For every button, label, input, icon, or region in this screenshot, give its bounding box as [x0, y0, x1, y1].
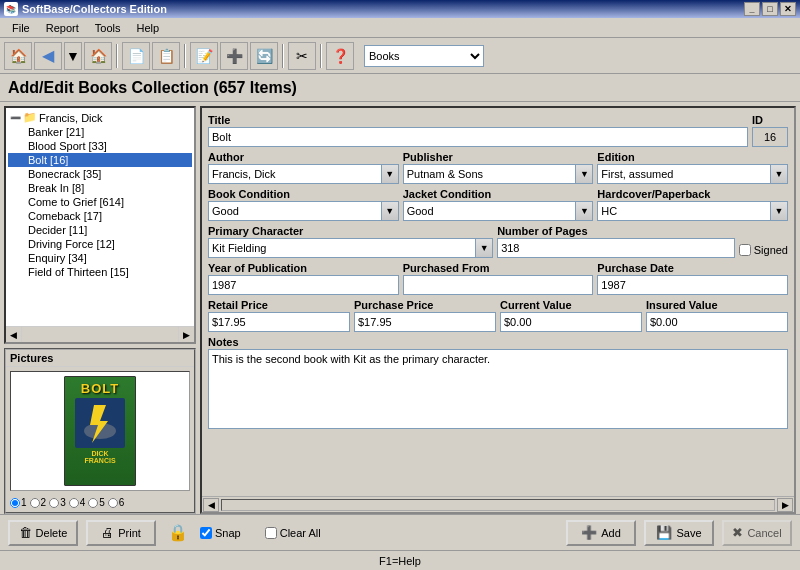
publisher-dropdown-btn[interactable]: ▼	[575, 164, 593, 184]
tree-item-3[interactable]: Bonecrack [35]	[8, 167, 192, 181]
pic-radio-1[interactable]	[10, 498, 20, 508]
toolbar-home-button[interactable]: 🏠	[4, 42, 32, 70]
current-value-input[interactable]	[500, 312, 642, 332]
tree-item-7[interactable]: Decider [11]	[8, 223, 192, 237]
tree-item-6[interactable]: Comeback [17]	[8, 209, 192, 223]
toolbar-separator-1	[116, 44, 118, 68]
author-input[interactable]	[208, 164, 381, 184]
signed-checkbox[interactable]	[739, 244, 751, 256]
primary-char-input[interactable]	[208, 238, 475, 258]
purchased-from-input[interactable]	[403, 275, 594, 295]
menu-report[interactable]: Report	[38, 20, 87, 36]
save-icon: 💾	[656, 525, 672, 540]
toolbar-btn5[interactable]: ➕	[220, 42, 248, 70]
menu-file[interactable]: File	[4, 20, 38, 36]
id-input	[752, 127, 788, 147]
insured-value-input[interactable]	[646, 312, 788, 332]
toolbar-btn6[interactable]: 🔄	[250, 42, 278, 70]
edition-input[interactable]	[597, 164, 770, 184]
clear-all-label: Clear All	[280, 527, 321, 539]
notes-textarea[interactable]: This is the second book with Kit as the …	[208, 349, 788, 429]
snap-label: Snap	[215, 527, 241, 539]
toolbar-separator-4	[320, 44, 322, 68]
toolbar-forward-button[interactable]: 🏠	[84, 42, 112, 70]
pic-label-4: 4	[80, 497, 86, 508]
menu-help[interactable]: Help	[128, 20, 167, 36]
pic-label-3: 3	[60, 497, 66, 508]
pic-radio-2[interactable]	[30, 498, 40, 508]
tree-item-10[interactable]: Field of Thirteen [15]	[8, 265, 192, 279]
category-dropdown[interactable]: Books	[364, 45, 484, 67]
title-input[interactable]	[208, 127, 748, 147]
toolbar-back-button[interactable]: ◀	[34, 42, 62, 70]
current-value-label: Current Value	[500, 299, 642, 311]
book-condition-dropdown-btn[interactable]: ▼	[381, 201, 399, 221]
minimize-button[interactable]: _	[744, 2, 760, 16]
h-scroll-right[interactable]: ▶	[777, 498, 793, 512]
hardcover-dropdown-btn[interactable]: ▼	[770, 201, 788, 221]
tree-root-item[interactable]: ➖ 📁 Francis, Dick	[8, 110, 192, 125]
tree-item-4[interactable]: Break In [8]	[8, 181, 192, 195]
h-scroll-left[interactable]: ◀	[203, 498, 219, 512]
toolbar-scissors-button[interactable]: ✂	[288, 42, 316, 70]
hardcover-label: Hardcover/Paperback	[597, 188, 788, 200]
toolbar-help-button[interactable]: ❓	[326, 42, 354, 70]
edition-dropdown-btn[interactable]: ▼	[770, 164, 788, 184]
status-bar: F1=Help	[0, 550, 800, 570]
tree-item-2[interactable]: Bolt [16]	[8, 153, 192, 167]
tree-item-0[interactable]: Banker [21]	[8, 125, 192, 139]
notes-label: Notes	[208, 336, 788, 348]
jacket-condition-input[interactable]	[403, 201, 576, 221]
menu-tools[interactable]: Tools	[87, 20, 129, 36]
cancel-button[interactable]: ✖ Cancel	[722, 520, 792, 546]
num-pages-input[interactable]	[497, 238, 735, 258]
purchase-date-input[interactable]	[597, 275, 788, 295]
maximize-button[interactable]: □	[762, 2, 778, 16]
insured-value-label: Insured Value	[646, 299, 788, 311]
pic-radio-6[interactable]	[108, 498, 118, 508]
edition-label: Edition	[597, 151, 788, 163]
toolbar-btn2[interactable]: 📄	[122, 42, 150, 70]
pic-radio-3[interactable]	[49, 498, 59, 508]
print-icon: 🖨	[101, 525, 114, 540]
add-button[interactable]: ➕ Add	[566, 520, 636, 546]
close-button[interactable]: ✕	[780, 2, 796, 16]
book-cover-image	[75, 398, 125, 448]
delete-button[interactable]: 🗑 Delete	[8, 520, 78, 546]
publisher-input[interactable]	[403, 164, 576, 184]
delete-icon: 🗑	[19, 525, 32, 540]
jacket-condition-dropdown-btn[interactable]: ▼	[575, 201, 593, 221]
snap-checkbox[interactable]	[200, 527, 212, 539]
tree-item-9[interactable]: Enquiry [34]	[8, 251, 192, 265]
app-title: SoftBase/Collectors Edition	[22, 3, 167, 15]
title-label: Title	[208, 114, 748, 126]
purchase-price-input[interactable]	[354, 312, 496, 332]
pictures-radio-group: 1 2 3 4 5 6	[6, 495, 194, 512]
pic-radio-4[interactable]	[69, 498, 79, 508]
book-condition-input[interactable]	[208, 201, 381, 221]
book-condition-label: Book Condition	[208, 188, 399, 200]
toolbar-btn4[interactable]: 📝	[190, 42, 218, 70]
pic-label-5: 5	[99, 497, 105, 508]
retail-price-input[interactable]	[208, 312, 350, 332]
save-button[interactable]: 💾 Save	[644, 520, 714, 546]
bottom-bar: 🗑 Delete 🖨 Print 🔒 Snap Clear All ➕ Add …	[0, 514, 800, 550]
menu-bar: File Report Tools Help	[0, 18, 800, 38]
tree-item-8[interactable]: Driving Force [12]	[8, 237, 192, 251]
author-dropdown-btn[interactable]: ▼	[381, 164, 399, 184]
book-tree: ➖ 📁 Francis, Dick Banker [21] Blood Spor…	[6, 108, 194, 326]
hardcover-input[interactable]	[597, 201, 770, 221]
year-input[interactable]	[208, 275, 399, 295]
tree-item-5[interactable]: Come to Grief [614]	[8, 195, 192, 209]
toolbar-btn3[interactable]: 📋	[152, 42, 180, 70]
toolbar-dropdown-button[interactable]: ▼	[64, 42, 82, 70]
tree-item-1[interactable]: Blood Sport [33]	[8, 139, 192, 153]
clear-all-checkbox[interactable]	[265, 527, 277, 539]
print-button[interactable]: 🖨 Print	[86, 520, 156, 546]
tree-scroll-right[interactable]: ▶	[178, 327, 194, 342]
primary-char-dropdown-btn[interactable]: ▼	[475, 238, 493, 258]
book-cover-author: DICKFRANCIS	[84, 450, 115, 464]
add-icon: ➕	[581, 525, 597, 540]
tree-scroll-left[interactable]: ◀	[6, 327, 22, 342]
pic-radio-5[interactable]	[88, 498, 98, 508]
